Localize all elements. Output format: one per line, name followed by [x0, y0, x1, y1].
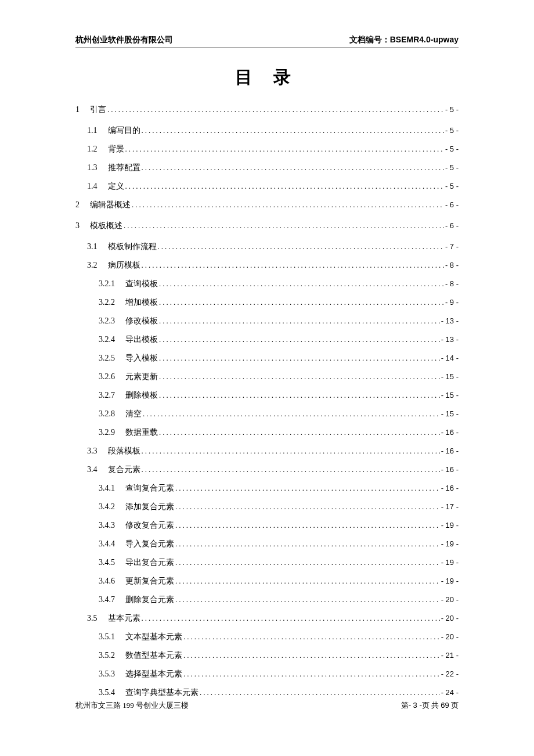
- toc-leader-dots: [142, 126, 444, 135]
- toc-label: 导出复合元素: [125, 557, 174, 568]
- toc-number: 3.4.6: [99, 577, 115, 586]
- toc-label: 数值型基本元素: [125, 650, 182, 661]
- toc-number: 3.4.4: [99, 539, 115, 549]
- toc-entry[interactable]: 1.1编写目的- 5 -: [87, 125, 459, 136]
- toc-entry[interactable]: 3.1模板制作流程- 7 -: [87, 242, 459, 252]
- toc-label: 模板制作流程: [108, 242, 157, 252]
- toc-label: 定义: [108, 181, 124, 192]
- toc-entry[interactable]: 3.5.1文本型基本元素- 20 -: [99, 632, 459, 642]
- toc-entry[interactable]: 3.5基本元素- 20 -: [87, 613, 459, 624]
- toc-entry[interactable]: 3.5.4查询字典型基本元素- 24 -: [99, 687, 459, 698]
- toc-page-number: - 5 -: [445, 126, 459, 135]
- toc-label: 导入复合元素: [125, 539, 174, 549]
- toc-leader-dots: [142, 163, 444, 172]
- toc-entry[interactable]: 3.5.2数值型基本元素- 21 -: [99, 650, 459, 661]
- toc-number: 3.1: [87, 242, 98, 251]
- toc-entry[interactable]: 3.3段落模板- 16 -: [87, 446, 459, 456]
- toc-entry[interactable]: 3.2病历模板- 8 -: [87, 260, 459, 271]
- toc-entry[interactable]: 3.2.2增加模板- 9 -: [99, 297, 459, 308]
- toc-entry[interactable]: 1引言- 5 -: [75, 105, 459, 115]
- toc-leader-dots: [124, 221, 444, 231]
- toc-entry[interactable]: 1.4定义- 5 -: [87, 181, 459, 192]
- toc-number: 1.2: [87, 145, 98, 154]
- toc-entry[interactable]: 3.2.5导入模板- 14 -: [99, 353, 459, 363]
- toc-number: 3.5.3: [99, 669, 115, 679]
- toc-leader-dots: [159, 298, 444, 307]
- table-of-contents: 1引言- 5 -1.1编写目的- 5 -1.2背景- 5 -1.3推荐配置- 5…: [75, 105, 459, 698]
- toc-entry[interactable]: 3模板概述- 6 -: [75, 221, 459, 231]
- toc-leader-dots: [125, 145, 444, 154]
- toc-label: 修改复合元素: [125, 520, 174, 531]
- toc-number: 3.2.2: [99, 298, 115, 307]
- toc-leader-dots: [175, 502, 440, 512]
- toc-page-number: - 20 -: [441, 614, 459, 622]
- toc-page-number: - 16 -: [441, 447, 459, 455]
- toc-entry[interactable]: 3.4.3修改复合元素- 19 -: [99, 520, 459, 531]
- toc-leader-dots: [183, 651, 440, 660]
- toc-leader-dots: [200, 688, 440, 697]
- toc-number: 3.2.6: [99, 372, 115, 381]
- toc-label: 导出模板: [125, 334, 158, 345]
- toc-entry[interactable]: 1.2背景- 5 -: [87, 144, 459, 154]
- toc-number: 3.4.7: [99, 595, 115, 604]
- toc-number: 3.2.7: [99, 391, 115, 400]
- toc-number: 3: [75, 221, 80, 231]
- toc-number: 3.5.2: [99, 651, 115, 660]
- toc-page-number: - 5 -: [445, 145, 459, 153]
- page-header: 杭州创业软件股份有限公司 文档编号：BSEMR4.0-upway: [75, 35, 459, 48]
- toc-leader-dots: [142, 465, 440, 474]
- toc-entry[interactable]: 3.2.3修改模板- 13 -: [99, 316, 459, 326]
- toc-number: 3.2.1: [99, 279, 115, 289]
- toc-number: 3.4.3: [99, 521, 115, 530]
- toc-entry[interactable]: 3.4.1查询复合元素- 16 -: [99, 483, 459, 494]
- toc-label: 病历模板: [108, 260, 140, 271]
- toc-number: 3.2.4: [99, 335, 115, 344]
- toc-entry[interactable]: 3.2.4导出模板- 13 -: [99, 334, 459, 345]
- toc-leader-dots: [142, 447, 440, 456]
- toc-entry[interactable]: 3.4.4导入复合元素- 19 -: [99, 539, 459, 549]
- toc-leader-dots: [183, 632, 440, 642]
- toc-label: 清空: [125, 409, 142, 419]
- toc-leader-dots: [175, 595, 440, 604]
- toc-label: 推荐配置: [108, 163, 140, 173]
- toc-entry[interactable]: 3.2.6元素更新- 15 -: [99, 372, 459, 382]
- toc-entry[interactable]: 3.2.9数据重载- 16 -: [99, 427, 459, 438]
- toc-label: 元素更新: [125, 372, 158, 382]
- toc-entry[interactable]: 3.2.1查询模板- 8 -: [99, 279, 459, 289]
- toc-leader-dots: [143, 409, 440, 419]
- toc-leader-dots: [159, 335, 440, 344]
- toc-number: 3.4: [87, 465, 98, 474]
- toc-leader-dots: [183, 669, 440, 679]
- page-title: 目 录: [75, 66, 459, 89]
- toc-entry[interactable]: 3.4.7删除复合元素- 20 -: [99, 595, 459, 605]
- toc-number: 3.4.1: [99, 484, 115, 493]
- toc-label: 导入模板: [125, 353, 158, 363]
- toc-leader-dots: [142, 261, 444, 270]
- toc-entry[interactable]: 3.5.3选择型基本元素- 22 -: [99, 669, 459, 679]
- toc-entry[interactable]: 3.2.8清空- 15 -: [99, 409, 459, 419]
- toc-page-number: - 5 -: [445, 163, 459, 172]
- toc-label: 引言: [90, 105, 106, 115]
- toc-entry[interactable]: 1.3推荐配置- 5 -: [87, 163, 459, 173]
- toc-leader-dots: [159, 279, 444, 289]
- toc-page-number: - 16 -: [441, 428, 459, 437]
- toc-entry[interactable]: 2编辑器概述- 6 -: [75, 200, 459, 210]
- toc-number: 3.2.8: [99, 409, 115, 419]
- toc-label: 基本元素: [108, 613, 140, 624]
- toc-leader-dots: [159, 354, 440, 363]
- toc-entry[interactable]: 3.2.7删除模板- 15 -: [99, 390, 459, 401]
- toc-page-number: - 14 -: [441, 354, 459, 362]
- toc-entry[interactable]: 3.4.5导出复合元素- 19 -: [99, 557, 459, 568]
- toc-page-number: - 5 -: [445, 105, 459, 114]
- toc-entry[interactable]: 3.4.2添加复合元素- 17 -: [99, 502, 459, 512]
- toc-label: 删除复合元素: [125, 595, 174, 605]
- toc-page-number: - 13 -: [441, 316, 459, 325]
- toc-number: 2: [75, 200, 80, 210]
- toc-leader-dots: [175, 558, 440, 567]
- toc-entry[interactable]: 3.4复合元素- 16 -: [87, 465, 459, 475]
- toc-page-number: - 7 -: [445, 242, 459, 251]
- toc-page-number: - 6 -: [445, 200, 459, 209]
- toc-entry[interactable]: 3.4.6更新复合元素- 19 -: [99, 576, 459, 586]
- toc-label: 查询字典型基本元素: [125, 687, 199, 698]
- toc-label: 选择型基本元素: [125, 669, 182, 679]
